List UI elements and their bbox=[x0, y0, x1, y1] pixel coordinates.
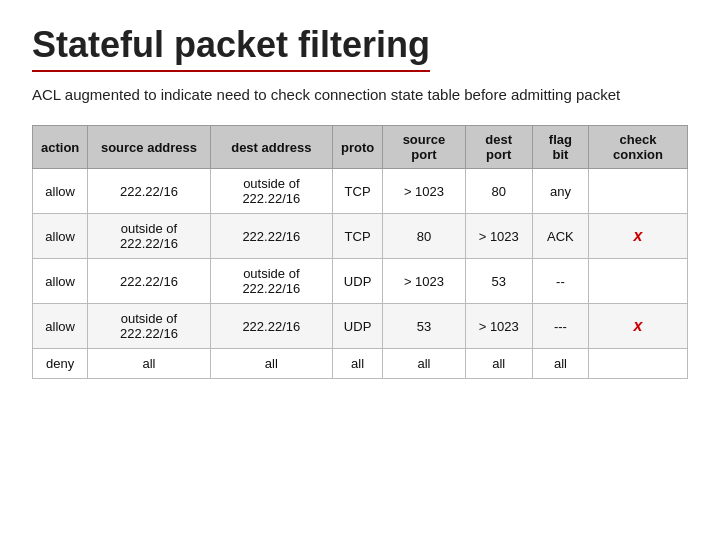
cell-check-conxion bbox=[589, 259, 688, 304]
cell-action: allow bbox=[33, 214, 88, 259]
cell-dest-address: outside of 222.22/16 bbox=[210, 259, 332, 304]
cell-source-port: 80 bbox=[383, 214, 466, 259]
cell-flag-bit: any bbox=[532, 169, 588, 214]
cell-action: allow bbox=[33, 169, 88, 214]
cell-flag-bit: -- bbox=[532, 259, 588, 304]
table-header-row: action source address dest address proto… bbox=[33, 126, 688, 169]
col-header-dest-port: dest port bbox=[465, 126, 532, 169]
cell-check-conxion: x bbox=[589, 304, 688, 349]
cell-source-address: 222.22/16 bbox=[88, 169, 210, 214]
col-header-dest-address: dest address bbox=[210, 126, 332, 169]
table-row: allowoutside of 222.22/16222.22/16TCP80>… bbox=[33, 214, 688, 259]
cell-dest-port: > 1023 bbox=[465, 304, 532, 349]
acl-table: action source address dest address proto… bbox=[32, 125, 688, 379]
cell-source-address: all bbox=[88, 349, 210, 379]
cell-dest-address: 222.22/16 bbox=[210, 304, 332, 349]
cell-dest-port: > 1023 bbox=[465, 214, 532, 259]
cell-proto: UDP bbox=[332, 304, 382, 349]
cell-dest-port: 53 bbox=[465, 259, 532, 304]
cell-source-port: > 1023 bbox=[383, 259, 466, 304]
subtitle: ACL augmented to indicate need to check … bbox=[32, 84, 688, 105]
cell-check-conxion: x bbox=[589, 214, 688, 259]
x-mark: x bbox=[634, 317, 643, 334]
cell-check-conxion bbox=[589, 349, 688, 379]
col-header-source-address: source address bbox=[88, 126, 210, 169]
cell-flag-bit: --- bbox=[532, 304, 588, 349]
cell-source-address: 222.22/16 bbox=[88, 259, 210, 304]
cell-action: deny bbox=[33, 349, 88, 379]
page-title: Stateful packet filtering bbox=[32, 24, 430, 72]
x-mark: x bbox=[634, 227, 643, 244]
col-header-action: action bbox=[33, 126, 88, 169]
cell-flag-bit: ACK bbox=[532, 214, 588, 259]
cell-dest-port: 80 bbox=[465, 169, 532, 214]
cell-dest-port: all bbox=[465, 349, 532, 379]
table-row: allowoutside of 222.22/16222.22/16UDP53>… bbox=[33, 304, 688, 349]
cell-source-port: > 1023 bbox=[383, 169, 466, 214]
col-header-check-conxion: check conxion bbox=[589, 126, 688, 169]
col-header-proto: proto bbox=[332, 126, 382, 169]
cell-action: allow bbox=[33, 259, 88, 304]
table-row: denyallallallallallall bbox=[33, 349, 688, 379]
cell-source-address: outside of 222.22/16 bbox=[88, 214, 210, 259]
cell-source-port: 53 bbox=[383, 304, 466, 349]
cell-proto: TCP bbox=[332, 214, 382, 259]
cell-dest-address: all bbox=[210, 349, 332, 379]
cell-action: allow bbox=[33, 304, 88, 349]
cell-proto: UDP bbox=[332, 259, 382, 304]
cell-proto: all bbox=[332, 349, 382, 379]
cell-check-conxion bbox=[589, 169, 688, 214]
table-row: allow222.22/16outside of 222.22/16UDP> 1… bbox=[33, 259, 688, 304]
col-header-flag-bit: flag bit bbox=[532, 126, 588, 169]
cell-proto: TCP bbox=[332, 169, 382, 214]
cell-source-port: all bbox=[383, 349, 466, 379]
cell-flag-bit: all bbox=[532, 349, 588, 379]
table-row: allow222.22/16outside of 222.22/16TCP> 1… bbox=[33, 169, 688, 214]
col-header-source-port: source port bbox=[383, 126, 466, 169]
cell-dest-address: 222.22/16 bbox=[210, 214, 332, 259]
cell-dest-address: outside of 222.22/16 bbox=[210, 169, 332, 214]
cell-source-address: outside of 222.22/16 bbox=[88, 304, 210, 349]
